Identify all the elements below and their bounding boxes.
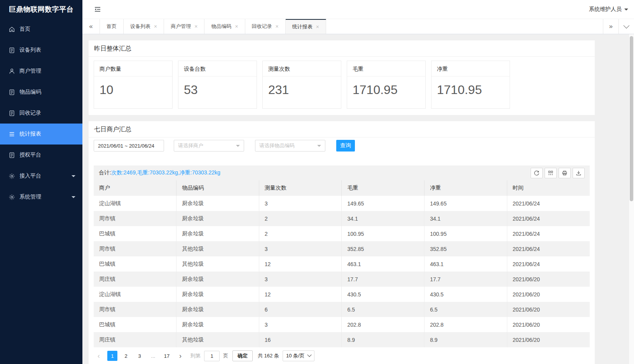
cell-item-code: 厨余垃圾 — [176, 287, 259, 302]
user-icon — [9, 68, 15, 75]
stat-label: 净重 — [431, 61, 510, 77]
tabs-scroll-left-button[interactable]: « — [82, 19, 100, 34]
table-row: 巴城镇 其他垃圾 12 463.1 463.1 2021/06/24 — [94, 256, 590, 272]
page-button-3[interactable]: 3 — [134, 351, 145, 361]
page-size-select[interactable]: 10 条/页 — [283, 350, 314, 361]
page-button-2[interactable]: 2 — [121, 351, 131, 361]
merchant-select-placeholder: 请选择商户 — [178, 142, 203, 149]
scrollbar-thumb[interactable] — [630, 36, 633, 201]
cell-time: 2021/06/20 — [507, 302, 590, 317]
document-list-icon — [9, 152, 15, 158]
tabbar-right-controls: » — [603, 19, 634, 34]
stat-value: 10 — [94, 77, 172, 97]
cell-measure-count: 3 — [259, 272, 342, 287]
cell-gross-weight: 352.85 — [342, 241, 424, 256]
sidebar-item-authorized-platform[interactable]: 授权平台 — [0, 145, 82, 165]
stat-card-net-weight: 净重 1710.95 — [431, 61, 510, 109]
tab-label: 统计报表 — [292, 23, 313, 30]
close-icon[interactable]: × — [194, 24, 197, 29]
tabs-scroll-right-button[interactable]: » — [603, 19, 618, 34]
cell-measure-count: 6 — [259, 302, 342, 317]
page-size-value: 10 条/页 — [286, 352, 305, 359]
chevron-down-icon — [624, 9, 628, 12]
table-row: 周市镇 厨余垃圾 6 6.5 6.5 2021/06/20 — [94, 302, 590, 317]
column-filter-button[interactable] — [545, 168, 557, 178]
sidebar-item-recycle-records[interactable]: 回收记录 — [0, 103, 82, 124]
totals-prefix: 合计: — [99, 169, 111, 176]
cell-merchant: 巴城镇 — [94, 226, 176, 241]
goto-page-input[interactable] — [204, 351, 220, 361]
cell-net-weight: 463.1 — [424, 256, 507, 272]
cell-net-weight: 6.5 — [424, 302, 507, 317]
sidebar-item-device-list[interactable]: 设备列表 — [0, 40, 82, 61]
cell-net-weight: 34.1 — [424, 211, 507, 226]
confirm-page-button[interactable]: 确定 — [232, 350, 253, 361]
cell-time: 2021/06/24 — [507, 256, 590, 272]
export-button[interactable] — [573, 168, 585, 178]
chevron-down-icon — [624, 22, 630, 28]
tabs-menu-button[interactable] — [618, 19, 634, 34]
tab-merchant-management[interactable]: 商户管理 × — [164, 19, 204, 34]
cell-time: 2021/06/24 — [507, 196, 590, 211]
cell-merchant: 周市镇 — [94, 211, 176, 226]
date-range-input[interactable] — [94, 140, 164, 152]
chevron-down-icon — [307, 353, 311, 357]
close-icon[interactable]: × — [154, 24, 157, 29]
refresh-button[interactable] — [531, 168, 543, 178]
top-header: 系统维护人员 — [82, 0, 634, 19]
stat-label: 毛重 — [347, 61, 425, 77]
tab-label: 物品编码 — [211, 23, 231, 30]
merchant-select[interactable]: 请选择商户 — [174, 140, 244, 152]
cell-time: 2021/06/20 — [507, 317, 590, 332]
tab-label: 首页 — [107, 23, 117, 30]
export-icon — [576, 170, 582, 176]
tab-home[interactable]: 首页 — [100, 19, 124, 34]
sidebar-item-merchant-management[interactable]: 商户管理 — [0, 61, 82, 82]
table-row: 淀山湖镇 厨余垃圾 12 430.5 430.5 2021/06/20 — [94, 287, 590, 302]
user-dropdown[interactable]: 系统维护人员 — [589, 6, 628, 13]
sidebar-item-home[interactable]: 首页 — [0, 19, 82, 40]
table-row: 巴城镇 厨余垃圾 2 100.95 100.95 2021/06/24 — [94, 226, 590, 241]
stat-value: 231 — [263, 77, 341, 97]
sidebar-item-access-platform[interactable]: 接入平台 — [0, 165, 82, 186]
cell-time: 2021/06/20 — [507, 272, 590, 287]
goto-page-label: 到第 — [190, 352, 201, 359]
cell-time: 2021/06/24 — [507, 241, 590, 256]
tab-recycle-records[interactable]: 回收记录 × — [245, 19, 286, 34]
page-button-17[interactable]: 17 — [162, 351, 172, 361]
cell-net-weight: 100.95 — [424, 226, 507, 241]
print-button[interactable] — [559, 168, 571, 178]
sidebar-item-statistics-report[interactable]: 统计报表 — [0, 124, 82, 145]
totals-band: 合计:次数:2469,毛重:70303.22kg,净重:70303.22kg — [94, 165, 590, 180]
cell-merchant: 淀山湖镇 — [94, 287, 176, 302]
cell-gross-weight: 6.5 — [342, 302, 424, 317]
collapse-sidebar-icon[interactable] — [93, 5, 102, 14]
cell-net-weight: 149.65 — [424, 196, 507, 211]
sidebar-item-label: 物品编码 — [19, 89, 41, 96]
page-button-1[interactable]: 1 — [107, 351, 117, 361]
sidebar-item-item-code[interactable]: 物品编码 — [0, 82, 82, 103]
cell-gross-weight: 34.1 — [342, 211, 424, 226]
cell-merchant: 巴城镇 — [94, 256, 176, 272]
tab-statistics-report[interactable]: 统计报表 × — [286, 19, 326, 34]
column-header-gross-weight: 毛重 — [342, 180, 424, 196]
tab-device-list[interactable]: 设备列表 × — [124, 19, 164, 34]
query-button[interactable]: 查询 — [336, 140, 355, 152]
table-row: 淀山湖镇 厨余垃圾 3 149.65 149.65 2021/06/24 — [94, 196, 590, 211]
tab-item-code[interactable]: 物品编码 × — [204, 19, 245, 34]
sidebar: 巨鼎物联网数字平台 首页 设备列表 商户管理 物品编码 回收记录 统计 — [0, 0, 82, 364]
item-code-select[interactable]: 请选择物品编码 — [255, 140, 325, 152]
close-icon[interactable]: × — [316, 24, 319, 30]
cell-gross-weight: 430.5 — [342, 287, 424, 302]
prev-page-button[interactable]: ‹ — [94, 351, 104, 361]
sidebar-item-system-management[interactable]: 系统管理 — [0, 186, 82, 207]
cell-item-code: 厨余垃圾 — [176, 272, 259, 287]
cell-merchant: 周市镇 — [94, 302, 176, 317]
close-icon[interactable]: × — [276, 24, 279, 29]
cell-gross-weight: 149.65 — [342, 196, 424, 211]
totals-value: 次数:2469,毛重:70303.22kg,净重:70303.22kg — [111, 169, 220, 176]
close-icon[interactable]: × — [235, 24, 238, 29]
column-header-net-weight: 净重 — [424, 180, 507, 196]
next-page-button[interactable]: › — [175, 351, 185, 361]
print-icon — [562, 170, 568, 176]
